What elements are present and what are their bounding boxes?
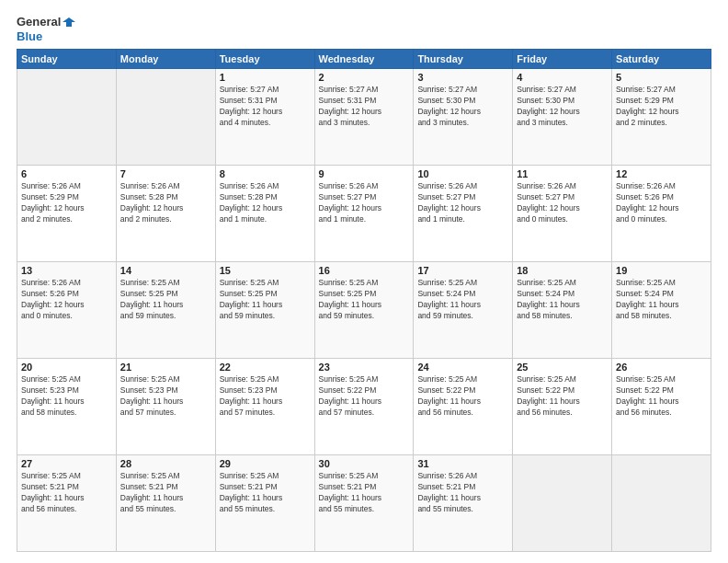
day-info: Sunrise: 5:25 AMSunset: 5:24 PMDaylight:… xyxy=(517,278,608,322)
day-number: 25 xyxy=(517,362,608,373)
calendar-cell: 20Sunrise: 5:25 AMSunset: 5:23 PMDayligh… xyxy=(17,359,117,455)
calendar-cell: 27Sunrise: 5:25 AMSunset: 5:21 PMDayligh… xyxy=(17,455,117,552)
week-row-1: 6Sunrise: 5:26 AMSunset: 5:29 PMDaylight… xyxy=(17,166,711,262)
calendar-cell: 6Sunrise: 5:26 AMSunset: 5:29 PMDaylight… xyxy=(17,166,117,262)
day-info: Sunrise: 5:25 AMSunset: 5:21 PMDaylight:… xyxy=(319,471,410,515)
calendar-cell xyxy=(116,69,215,166)
calendar-cell: 10Sunrise: 5:26 AMSunset: 5:27 PMDayligh… xyxy=(414,166,513,262)
day-info: Sunrise: 5:26 AMSunset: 5:26 PMDaylight:… xyxy=(616,181,707,225)
day-info: Sunrise: 5:26 AMSunset: 5:28 PMDaylight:… xyxy=(220,181,311,225)
page: General Blue SundayMondayTuesdayWednesda… xyxy=(0,0,728,563)
day-number: 4 xyxy=(517,72,608,83)
col-header-thursday: Thursday xyxy=(414,50,513,69)
day-info: Sunrise: 5:25 AMSunset: 5:23 PMDaylight:… xyxy=(120,374,211,419)
calendar-cell: 2Sunrise: 5:27 AMSunset: 5:31 PMDaylight… xyxy=(314,69,414,166)
logo: General Blue xyxy=(17,15,75,43)
logo-text: General Blue xyxy=(17,15,75,43)
calendar-cell: 30Sunrise: 5:25 AMSunset: 5:21 PMDayligh… xyxy=(314,455,414,552)
day-number: 1 xyxy=(220,72,311,83)
day-info: Sunrise: 5:26 AMSunset: 5:26 PMDaylight:… xyxy=(21,278,112,322)
header-row: SundayMondayTuesdayWednesdayThursdayFrid… xyxy=(17,50,711,69)
calendar-cell: 3Sunrise: 5:27 AMSunset: 5:30 PMDaylight… xyxy=(414,69,513,166)
day-number: 14 xyxy=(120,265,211,276)
week-row-2: 13Sunrise: 5:26 AMSunset: 5:26 PMDayligh… xyxy=(17,262,711,359)
day-number: 20 xyxy=(21,362,112,373)
calendar-cell: 5Sunrise: 5:27 AMSunset: 5:29 PMDaylight… xyxy=(612,69,711,166)
calendar-cell: 23Sunrise: 5:25 AMSunset: 5:22 PMDayligh… xyxy=(314,359,414,455)
day-number: 28 xyxy=(120,458,211,469)
calendar-cell: 16Sunrise: 5:25 AMSunset: 5:25 PMDayligh… xyxy=(314,262,414,359)
calendar-cell: 28Sunrise: 5:25 AMSunset: 5:21 PMDayligh… xyxy=(116,455,215,552)
day-info: Sunrise: 5:25 AMSunset: 5:21 PMDaylight:… xyxy=(21,471,112,515)
calendar-cell: 7Sunrise: 5:26 AMSunset: 5:28 PMDaylight… xyxy=(116,166,215,262)
day-info: Sunrise: 5:25 AMSunset: 5:23 PMDaylight:… xyxy=(220,374,311,419)
day-info: Sunrise: 5:25 AMSunset: 5:21 PMDaylight:… xyxy=(120,471,211,515)
calendar-cell: 15Sunrise: 5:25 AMSunset: 5:25 PMDayligh… xyxy=(215,262,314,359)
day-info: Sunrise: 5:27 AMSunset: 5:30 PMDaylight:… xyxy=(517,85,608,129)
week-row-0: 1Sunrise: 5:27 AMSunset: 5:31 PMDaylight… xyxy=(17,69,711,166)
calendar-cell: 22Sunrise: 5:25 AMSunset: 5:23 PMDayligh… xyxy=(215,359,314,455)
day-info: Sunrise: 5:27 AMSunset: 5:29 PMDaylight:… xyxy=(616,85,707,129)
day-info: Sunrise: 5:25 AMSunset: 5:22 PMDaylight:… xyxy=(319,374,410,419)
calendar-cell: 4Sunrise: 5:27 AMSunset: 5:30 PMDaylight… xyxy=(513,69,612,166)
calendar-cell: 12Sunrise: 5:26 AMSunset: 5:26 PMDayligh… xyxy=(612,166,711,262)
day-number: 3 xyxy=(417,72,508,83)
calendar-cell: 11Sunrise: 5:26 AMSunset: 5:27 PMDayligh… xyxy=(513,166,612,262)
day-number: 15 xyxy=(220,265,311,276)
calendar-cell: 13Sunrise: 5:26 AMSunset: 5:26 PMDayligh… xyxy=(17,262,117,359)
day-number: 10 xyxy=(417,168,508,179)
calendar-cell: 9Sunrise: 5:26 AMSunset: 5:27 PMDaylight… xyxy=(314,166,414,262)
calendar-cell: 17Sunrise: 5:25 AMSunset: 5:24 PMDayligh… xyxy=(414,262,513,359)
day-number: 9 xyxy=(319,168,410,179)
day-info: Sunrise: 5:25 AMSunset: 5:21 PMDaylight:… xyxy=(220,471,311,515)
calendar-cell: 25Sunrise: 5:25 AMSunset: 5:22 PMDayligh… xyxy=(513,359,612,455)
header: General Blue xyxy=(17,15,711,43)
day-info: Sunrise: 5:25 AMSunset: 5:23 PMDaylight:… xyxy=(21,374,112,419)
day-number: 6 xyxy=(21,168,112,179)
day-number: 30 xyxy=(319,458,410,469)
day-info: Sunrise: 5:25 AMSunset: 5:25 PMDaylight:… xyxy=(120,278,211,322)
col-header-monday: Monday xyxy=(116,50,215,69)
calendar-cell: 8Sunrise: 5:26 AMSunset: 5:28 PMDaylight… xyxy=(215,166,314,262)
calendar-cell: 18Sunrise: 5:25 AMSunset: 5:24 PMDayligh… xyxy=(513,262,612,359)
day-info: Sunrise: 5:26 AMSunset: 5:27 PMDaylight:… xyxy=(319,181,410,225)
calendar-cell: 1Sunrise: 5:27 AMSunset: 5:31 PMDaylight… xyxy=(215,69,314,166)
calendar-cell xyxy=(612,455,711,552)
day-number: 21 xyxy=(120,362,211,373)
day-number: 11 xyxy=(517,168,608,179)
calendar-table: SundayMondayTuesdayWednesdayThursdayFrid… xyxy=(17,49,711,552)
calendar-cell: 19Sunrise: 5:25 AMSunset: 5:24 PMDayligh… xyxy=(612,262,711,359)
day-info: Sunrise: 5:26 AMSunset: 5:29 PMDaylight:… xyxy=(21,181,112,225)
day-info: Sunrise: 5:26 AMSunset: 5:27 PMDaylight:… xyxy=(417,181,508,225)
day-number: 7 xyxy=(120,168,211,179)
day-number: 31 xyxy=(417,458,508,469)
day-number: 26 xyxy=(616,362,707,373)
day-info: Sunrise: 5:26 AMSunset: 5:28 PMDaylight:… xyxy=(120,181,211,225)
day-number: 18 xyxy=(517,265,608,276)
col-header-sunday: Sunday xyxy=(17,50,117,69)
calendar-cell xyxy=(513,455,612,552)
day-info: Sunrise: 5:26 AMSunset: 5:27 PMDaylight:… xyxy=(517,181,608,225)
col-header-tuesday: Tuesday xyxy=(215,50,314,69)
day-info: Sunrise: 5:25 AMSunset: 5:22 PMDaylight:… xyxy=(517,374,608,419)
day-number: 12 xyxy=(616,168,707,179)
day-number: 2 xyxy=(319,72,410,83)
day-info: Sunrise: 5:25 AMSunset: 5:24 PMDaylight:… xyxy=(417,278,508,322)
day-info: Sunrise: 5:25 AMSunset: 5:22 PMDaylight:… xyxy=(616,374,707,419)
day-number: 13 xyxy=(21,265,112,276)
day-number: 29 xyxy=(220,458,311,469)
bird-icon xyxy=(63,16,75,29)
day-info: Sunrise: 5:27 AMSunset: 5:30 PMDaylight:… xyxy=(417,85,508,129)
calendar-cell: 21Sunrise: 5:25 AMSunset: 5:23 PMDayligh… xyxy=(116,359,215,455)
day-number: 17 xyxy=(417,265,508,276)
day-number: 22 xyxy=(220,362,311,373)
day-info: Sunrise: 5:25 AMSunset: 5:22 PMDaylight:… xyxy=(417,374,508,419)
col-header-friday: Friday xyxy=(513,50,612,69)
day-number: 23 xyxy=(319,362,410,373)
svg-marker-0 xyxy=(63,17,75,27)
calendar-cell: 24Sunrise: 5:25 AMSunset: 5:22 PMDayligh… xyxy=(414,359,513,455)
day-info: Sunrise: 5:26 AMSunset: 5:21 PMDaylight:… xyxy=(417,471,508,515)
day-info: Sunrise: 5:25 AMSunset: 5:25 PMDaylight:… xyxy=(220,278,311,322)
day-info: Sunrise: 5:27 AMSunset: 5:31 PMDaylight:… xyxy=(220,85,311,129)
day-info: Sunrise: 5:27 AMSunset: 5:31 PMDaylight:… xyxy=(319,85,410,129)
